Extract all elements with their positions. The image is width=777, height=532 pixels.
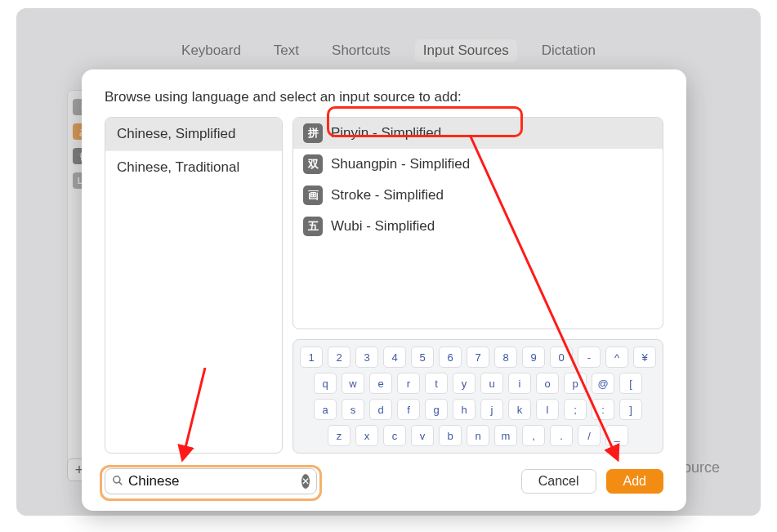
keyboard-layout-preview: 1234567890-^¥qwertyuiop@[asdfghjkl;:]zxc… [292, 339, 663, 454]
keyboard-key: 6 [439, 346, 462, 368]
keyboard-key: f [397, 399, 420, 420]
search-field-wrap[interactable]: ✕ [105, 468, 317, 494]
keyboard-key: 9 [522, 346, 545, 368]
input-source-glyph-icon: 拼 [303, 123, 323, 143]
keyboard-key: 8 [494, 346, 517, 368]
keyboard-key: 0 [550, 346, 573, 368]
keyboard-key: e [369, 373, 392, 394]
keyboard-key: p [564, 373, 587, 394]
keyboard-key: t [425, 373, 448, 394]
keyboard-key: u [480, 373, 503, 394]
input-source-label: Stroke - Simplified [331, 187, 444, 203]
input-source-label: Pinyin - Simplified [331, 125, 441, 141]
add-button[interactable]: Add [606, 469, 663, 494]
keyboard-key: / [578, 425, 601, 446]
input-source-row[interactable]: 五Wubi - Simplified [293, 211, 663, 242]
keyboard-key: ¥ [633, 346, 656, 368]
input-source-glyph-icon: 五 [303, 217, 323, 236]
input-source-row[interactable]: 画Stroke - Simplified [293, 180, 663, 211]
keyboard-key: 5 [411, 346, 434, 368]
keyboard-key: 2 [328, 346, 351, 368]
keyboard-key: l [536, 399, 559, 420]
keyboard-key: - [578, 346, 601, 368]
svg-line-1 [119, 481, 123, 485]
keyboard-key: @ [592, 373, 614, 394]
search-input[interactable] [128, 473, 301, 490]
keyboard-key: d [369, 399, 392, 420]
truncated-text: ource [683, 459, 720, 476]
keyboard-key: h [453, 399, 476, 420]
keyboard-key: , [522, 425, 545, 446]
keyboard-key: c [383, 425, 406, 446]
tab-input-sources[interactable]: Input Sources [415, 39, 517, 62]
add-input-source-sheet: Browse using language and select an inpu… [82, 69, 686, 511]
keyboard-key: : [592, 399, 614, 420]
svg-point-0 [114, 476, 120, 482]
sheet-title: Browse using language and select an inpu… [105, 89, 663, 105]
keyboard-key: y [453, 373, 476, 394]
input-source-row[interactable]: 双Shuangpin - Simplified [293, 149, 663, 180]
keyboard-key: j [480, 399, 503, 420]
tab-shortcuts[interactable]: Shortcuts [324, 39, 399, 62]
tab-keyboard[interactable]: Keyboard [173, 39, 249, 62]
input-source-row[interactable]: 拼Pinyin - Simplified [293, 118, 663, 149]
language-row-chinese-simplified[interactable]: Chinese, Simplified [105, 118, 282, 151]
input-source-label: Shuangpin - Simplified [331, 156, 470, 172]
keyboard-key: q [314, 373, 337, 394]
keyboard-key: v [411, 425, 434, 446]
keyboard-key: 7 [467, 346, 489, 368]
preferences-tabs: Keyboard Text Shortcuts Input Sources Di… [16, 39, 761, 62]
keyboard-key: 3 [355, 346, 378, 368]
keyboard-key: . [550, 425, 573, 446]
keyboard-key: _ [605, 425, 628, 446]
search-icon [112, 475, 123, 489]
keyboard-key: ^ [605, 346, 628, 368]
keyboard-key: x [355, 425, 378, 446]
keyboard-key: [ [619, 373, 642, 394]
tab-dictation[interactable]: Dictation [534, 39, 604, 62]
input-source-glyph-icon: 画 [303, 186, 323, 205]
keyboard-key: g [425, 399, 448, 420]
keyboard-key: w [342, 373, 364, 394]
keyboard-key: n [467, 425, 489, 446]
keyboard-key: b [439, 425, 462, 446]
keyboard-key: i [508, 373, 531, 394]
keyboard-key: ; [564, 399, 587, 420]
input-source-label: Wubi - Simplified [331, 218, 435, 235]
keyboard-key: k [508, 399, 531, 420]
keyboard-key: ] [619, 399, 642, 420]
keyboard-key: s [342, 399, 364, 420]
cancel-button[interactable]: Cancel [521, 469, 596, 494]
tab-text[interactable]: Text [266, 39, 307, 62]
language-list[interactable]: Chinese, Simplified Chinese, Traditional [105, 117, 283, 454]
input-source-glyph-icon: 双 [303, 154, 323, 174]
input-source-list[interactable]: 拼Pinyin - Simplified双Shuangpin - Simplif… [292, 117, 663, 329]
language-row-chinese-traditional[interactable]: Chinese, Traditional [105, 151, 282, 184]
keyboard-key: z [328, 425, 351, 446]
keyboard-key: a [314, 399, 337, 420]
keyboard-key: o [536, 373, 559, 394]
keyboard-key: m [494, 425, 517, 446]
keyboard-key: r [397, 373, 420, 394]
keyboard-key: 1 [300, 346, 323, 368]
keyboard-key: 4 [383, 346, 406, 368]
clear-search-icon[interactable]: ✕ [301, 474, 310, 489]
